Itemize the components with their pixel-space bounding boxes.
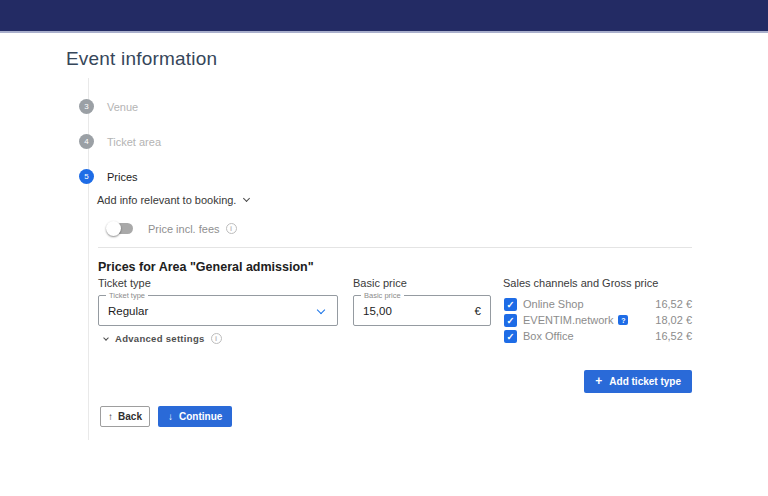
box-office-checkbox[interactable]: ✓ bbox=[504, 330, 517, 343]
section-divider bbox=[98, 247, 692, 248]
down-arrow-icon: ↓ bbox=[168, 411, 173, 422]
chevron-down-icon bbox=[103, 335, 109, 341]
step-number-badge: 3 bbox=[79, 99, 94, 114]
column-header-sales-channels: Sales channels and Gross price bbox=[503, 277, 658, 289]
column-header-ticket-type: Ticket type bbox=[98, 277, 151, 289]
top-navbar bbox=[0, 0, 768, 33]
currency-suffix: € bbox=[475, 305, 481, 317]
price-incl-fees-toggle[interactable] bbox=[106, 221, 135, 236]
event-information-page: Event information 3 Venue 4 Ticket area … bbox=[0, 0, 768, 496]
basic-price-value: 15,00 bbox=[363, 305, 392, 317]
help-badge-icon[interactable]: ? bbox=[618, 315, 628, 325]
price-incl-fees-label: Price incl. fees bbox=[148, 223, 220, 235]
back-label: Back bbox=[118, 411, 142, 422]
chevron-down-icon bbox=[317, 306, 325, 314]
price-incl-fees-row: Price incl. fees i bbox=[106, 221, 237, 236]
booking-info-label: Add info relevant to booking. bbox=[97, 194, 236, 206]
channel-label: Box Office bbox=[523, 330, 574, 342]
step-label: Venue bbox=[107, 101, 138, 113]
step-number-badge: 5 bbox=[79, 169, 94, 184]
gross-price: 16,52 € bbox=[655, 330, 692, 342]
gross-price: 18,02 € bbox=[655, 314, 692, 326]
ticket-type-select[interactable]: Ticket type Regular bbox=[98, 295, 338, 326]
chevron-down-icon bbox=[243, 195, 250, 202]
channel-label: Online Shop bbox=[523, 298, 584, 310]
basic-price-floating-label: Basic price bbox=[361, 291, 404, 300]
sales-channel-row-eventim-network: ✓ EVENTIM.network ? 18,02 € bbox=[504, 313, 692, 327]
plus-icon: + bbox=[595, 374, 602, 388]
stepper-step-ticket-area[interactable]: 4 Ticket area bbox=[79, 134, 161, 149]
ticket-type-floating-label: Ticket type bbox=[106, 291, 148, 300]
toggle-knob bbox=[106, 221, 121, 236]
sales-channel-row-online-shop: ✓ Online Shop 16,52 € bbox=[504, 297, 692, 311]
up-arrow-icon: ↑ bbox=[108, 411, 113, 422]
back-button[interactable]: ↑ Back bbox=[100, 406, 150, 427]
basic-price-input[interactable]: Basic price 15,00 € bbox=[353, 295, 491, 326]
area-prices-heading: Prices for Area "General admission" bbox=[98, 260, 314, 274]
channel-label: EVENTIM.network bbox=[523, 314, 613, 326]
sales-channel-row-box-office: ✓ Box Office 16,52 € bbox=[504, 329, 692, 343]
add-ticket-type-button[interactable]: + Add ticket type bbox=[584, 370, 692, 393]
eventim-network-checkbox[interactable]: ✓ bbox=[504, 314, 517, 327]
step-label: Prices bbox=[107, 171, 138, 183]
continue-label: Continue bbox=[179, 411, 222, 422]
stepper-step-venue[interactable]: 3 Venue bbox=[79, 99, 138, 114]
info-icon[interactable]: i bbox=[226, 223, 237, 234]
step-number-badge: 4 bbox=[79, 134, 94, 149]
continue-button[interactable]: ↓ Continue bbox=[158, 406, 232, 427]
online-shop-checkbox[interactable]: ✓ bbox=[504, 298, 517, 311]
add-booking-info-expander[interactable]: Add info relevant to booking. bbox=[97, 194, 249, 206]
stepper-connector-line bbox=[88, 78, 89, 440]
gross-price: 16,52 € bbox=[655, 298, 692, 310]
step-label: Ticket area bbox=[107, 136, 161, 148]
info-icon[interactable]: i bbox=[211, 333, 222, 344]
page-title: Event information bbox=[66, 48, 217, 70]
ticket-type-selected-value: Regular bbox=[108, 305, 148, 317]
stepper-step-prices[interactable]: 5 Prices bbox=[79, 169, 138, 184]
add-ticket-type-label: Add ticket type bbox=[609, 376, 681, 387]
advanced-settings-label: Advanced settings bbox=[115, 333, 205, 344]
column-header-basic-price: Basic price bbox=[353, 277, 407, 289]
advanced-settings-expander[interactable]: Advanced settings i bbox=[104, 333, 222, 344]
